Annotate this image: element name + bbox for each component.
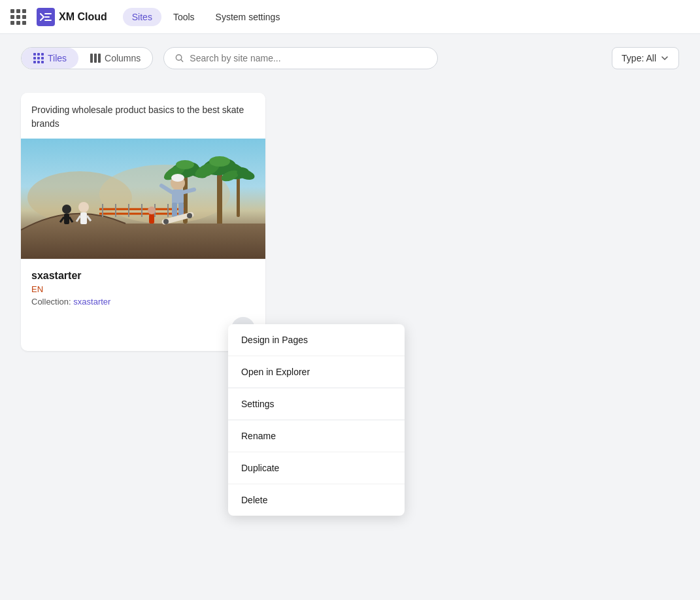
view-toggle: Tiles Columns [21,47,153,69]
site-language: EN [31,284,255,294]
columns-icon [90,54,101,63]
tiles-label: Tiles [48,53,67,63]
nav-item-tools[interactable]: Tools [164,8,204,26]
collection-label: Collection: [31,297,71,307]
skate-scene-svg [21,139,265,259]
app-logo: XM Cloud [37,8,107,26]
svg-rect-37 [149,214,154,224]
svg-rect-43 [172,203,177,217]
svg-line-42 [184,190,194,192]
app-grid-icon[interactable] [10,9,26,25]
app-name: XM Cloud [59,11,107,23]
menu-item-open-in-explorer[interactable]: Open in Explorer [228,356,405,388]
nav-item-sites[interactable]: Sites [123,8,161,26]
svg-point-28 [62,205,71,214]
card-info: sxastarter EN Collection: sxastarter [21,259,265,317]
site-name: sxastarter [31,270,255,282]
svg-rect-10 [217,168,222,227]
search-input[interactable] [190,53,427,63]
menu-item-rename[interactable]: Rename [228,420,405,452]
svg-point-47 [187,213,192,218]
main-content: Providing wholesale product basics to th… [0,82,700,361]
svg-point-39 [171,174,184,182]
site-collection: Collection: sxastarter [31,297,255,307]
svg-point-9 [176,160,194,169]
main-nav: Sites Tools System settings [123,8,290,26]
search-icon [175,53,184,63]
svg-rect-15 [237,175,240,217]
nav-item-system-settings[interactable]: System settings [207,8,290,26]
svg-point-36 [148,207,156,214]
card-description: Providing wholesale product basics to th… [31,103,255,131]
context-menu: Design in Pages Open in Explorer Setting… [228,324,405,516]
collection-link[interactable]: sxastarter [73,297,110,307]
card-image [21,139,265,259]
site-card: Providing wholesale product basics to th… [21,93,265,351]
tiles-view-button[interactable]: Tiles [22,48,78,69]
svg-rect-29 [64,214,69,224]
chevron-down-icon [660,54,669,63]
type-filter-label: Type: All [622,53,656,63]
menu-item-design-in-pages[interactable]: Design in Pages [228,324,405,356]
top-navigation: XM Cloud Sites Tools System settings [0,0,700,34]
menu-item-duplicate[interactable]: Duplicate [228,452,405,484]
type-filter[interactable]: Type: All [612,47,679,69]
tiles-icon [33,53,44,63]
search-box [163,47,438,69]
card-description-area: Providing wholesale product basics to th… [21,93,265,139]
columns-label: Columns [105,53,141,63]
svg-rect-33 [80,212,87,224]
svg-point-32 [78,202,89,212]
context-menu-section-3: Rename Duplicate Delete [228,420,405,516]
menu-item-settings[interactable]: Settings [228,388,405,420]
xm-cloud-logo-icon [37,8,55,26]
svg-point-46 [163,219,169,224]
toolbar: Tiles Columns Type: All [0,34,700,82]
svg-point-14 [209,156,230,167]
context-menu-section-2: Settings [228,388,405,420]
menu-item-delete[interactable]: Delete [228,484,405,516]
columns-view-button[interactable]: Columns [78,48,152,69]
context-menu-section-1: Design in Pages Open in Explorer [228,324,405,388]
